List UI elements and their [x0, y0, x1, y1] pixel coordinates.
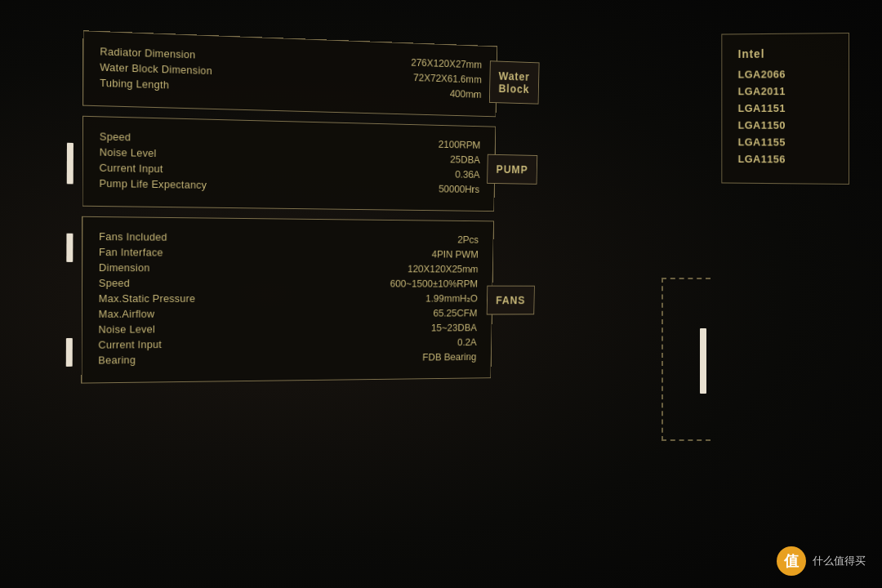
spec-row: Fan Interface 4PIN PWM: [99, 246, 479, 260]
spec-value: 2100RPM: [295, 135, 480, 151]
spec-value: 65.25CFM: [293, 307, 478, 319]
spec-label: Speed: [100, 130, 296, 146]
fans-tab-top: [66, 234, 73, 262]
spec-value: 4PIN PWM: [294, 247, 479, 261]
fans-section: FANS Fans Included 2Pcs Fan Interface 4P…: [81, 216, 493, 384]
spec-label: Current Input: [98, 337, 292, 350]
pump-tab-indicator: [67, 143, 74, 185]
pump-badge: PUMP: [487, 154, 537, 185]
pump-section: PUMP Speed 2100RPM Noise Level 25DBA Cur…: [82, 116, 497, 212]
spec-value: 50000Hrs: [295, 180, 480, 195]
spec-row: Max.Airflow 65.25CFM: [99, 307, 478, 320]
spec-value: 25DBA: [295, 150, 480, 166]
intel-socket-item: LGA1150: [738, 119, 833, 131]
spec-value: 400mm: [296, 82, 481, 100]
spec-value: 0.36A: [295, 165, 480, 180]
spec-value: 120X120X25mm: [294, 262, 479, 274]
spec-label: Max.Static Pressure: [99, 292, 294, 305]
intel-panel: Intel LGA2066LGA2011LGA1151LGA1150LGA115…: [721, 33, 849, 185]
spec-panel: Water Block Radiator Dimension 276X120X2…: [80, 30, 497, 553]
spec-value: 2Pcs: [294, 232, 479, 245]
spec-label: Pump Life Expectancy: [99, 177, 295, 193]
spec-row: Speed 600~1500±10%RPM: [99, 277, 478, 289]
spec-label: Noise Level: [100, 146, 296, 163]
pump-rows: Speed 2100RPM Noise Level 25DBA Current …: [99, 130, 480, 194]
intel-items: LGA2066LGA2011LGA1151LGA1150LGA1155LGA11…: [738, 68, 833, 166]
intel-socket-item: LGA2066: [738, 68, 833, 80]
intel-socket-item: LGA1155: [738, 136, 833, 148]
spec-label: Fans Included: [99, 230, 294, 244]
spec-label: Tubing Length: [100, 77, 296, 95]
spec-row: Bearing FDB Bearing: [98, 351, 476, 367]
watermark-logo: 值: [777, 546, 806, 576]
spec-value: 72X72X61.6mm: [296, 68, 481, 86]
spec-value: 0.2A: [292, 336, 476, 350]
spec-label: Dimension: [99, 261, 294, 274]
spec-row: Max.Static Pressure 1.99mmH₂O: [99, 292, 478, 305]
dashed-bracket-decoration: [662, 278, 710, 441]
spec-label: Fan Interface: [99, 246, 294, 259]
intel-socket-item: LGA1151: [738, 102, 833, 114]
spec-row: Pump Life Expectancy 50000Hrs: [99, 177, 479, 195]
spec-label: Max.Airflow: [99, 307, 293, 319]
spec-value: 600~1500±10%RPM: [293, 278, 478, 290]
fans-badge: FANS: [486, 285, 534, 314]
bracket-tab: [700, 328, 706, 394]
water-block-rows: Radiator Dimension 276X120X27mm Water Bl…: [100, 45, 482, 100]
water-block-section: Water Block Radiator Dimension 276X120X2…: [82, 30, 497, 117]
spec-row: Current Input 0.2A: [98, 336, 476, 351]
intel-socket-item: LGA1156: [738, 153, 833, 166]
spec-row: Dimension 120X120X25mm: [99, 261, 479, 274]
spec-label: Bearing: [98, 353, 292, 367]
spec-value: FDB Bearing: [292, 351, 476, 364]
spec-label: Speed: [99, 277, 294, 289]
watermark: 值 什么值得买: [777, 546, 866, 576]
fans-rows: Fans Included 2Pcs Fan Interface 4PIN PW…: [98, 230, 479, 366]
spec-label: Current Input: [100, 162, 296, 177]
intel-socket-item: LGA2011: [738, 85, 833, 97]
spec-value: 15~23DBA: [293, 322, 477, 334]
intel-section: Intel LGA2066LGA2011LGA1151LGA1150LGA115…: [721, 33, 849, 185]
spec-row: Noise Level 15~23DBA: [98, 322, 477, 336]
fans-tab-bottom: [66, 338, 73, 367]
spec-row: Fans Included 2Pcs: [99, 230, 479, 245]
spec-label: Noise Level: [98, 323, 292, 336]
watermark-text: 什么值得买: [813, 554, 866, 568]
intel-title: Intel: [738, 47, 833, 60]
water-block-badge: Water Block: [489, 60, 540, 104]
spec-value: 1.99mmH₂O: [293, 292, 478, 305]
